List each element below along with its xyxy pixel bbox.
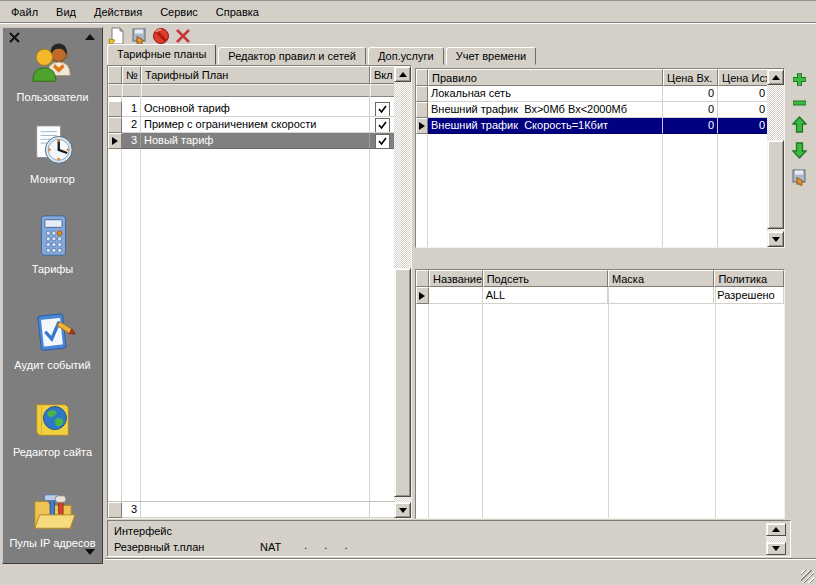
row-num: 2 [122,117,141,133]
resize-grip[interactable] [801,570,814,583]
scrollbar-track[interactable] [394,82,411,502]
sidebar-item-label: Пулы IP адресов [3,537,102,549]
tariff-grid-header: № Тарифный План Вкл [108,66,411,84]
checkbox-checked[interactable] [375,118,390,133]
status-panel: Интерфейс Резервный т.план NAT . . . [107,520,791,557]
scroll-down-button[interactable] [766,542,786,555]
table-row[interactable]: 2 Пример с ограничением скорости [108,117,411,133]
enabled-cell [370,117,396,133]
scrollbar-thumb[interactable] [767,140,784,229]
reserve-plan-label: Резервный т.план [114,541,204,553]
menu-service[interactable]: Сервис [151,3,207,21]
tab-time-accounting[interactable]: Учет времени [446,47,537,65]
row-num: 1 [122,101,141,117]
sidebar-item-users[interactable]: Пользователи [3,40,102,103]
grid-footer-row: 3 [108,501,396,518]
menu-bar: Файл Вид Действия Сервис Справка [0,1,816,24]
column-header-num[interactable]: № [122,66,141,84]
sidebar-item-label: Пользователи [3,91,102,103]
row-marker-icon [419,292,425,300]
column-header-subnet[interactable]: Подсеть [483,270,608,287]
scroll-up-icon [399,72,407,77]
scroll-up-button[interactable] [767,69,784,85]
checkbox-checked[interactable] [375,134,390,149]
column-header-plan[interactable]: Тарифный План [141,66,370,84]
grid-fixed-row [108,84,411,97]
apply-save-button[interactable] [790,168,808,188]
column-header-price-out[interactable]: Цена Исх. [718,69,769,86]
column-header-mask[interactable]: Маска [608,270,714,287]
price-in: 0 [663,118,718,134]
column-header-policy[interactable]: Политика [714,270,784,287]
tab-tariff-plans[interactable]: Тарифные планы [107,44,216,65]
sidebar-item-ip-pools[interactable]: Пулы IP адресов [3,490,102,549]
table-row-selected[interactable]: ALL Разрешено [416,287,784,304]
move-down-button[interactable] [792,142,807,161]
tab-rules-editor[interactable]: Редактор правил и сетей [218,47,366,65]
table-row[interactable]: Внешний трафик Вх>0Мб Вх<2000Мб 0 0 [416,102,784,118]
checkbox-checked[interactable] [375,102,390,117]
scrollbar-thumb[interactable] [394,268,411,497]
enabled-cell [370,133,396,149]
scroll-up-button[interactable] [394,66,411,82]
block-icon[interactable] [152,27,170,45]
scroll-down-button[interactable] [394,502,411,518]
move-up-button[interactable] [792,116,807,135]
price-out: 0 [718,118,769,134]
tariff-name: Новый тариф [141,133,370,149]
tab-bar: Тарифные планы Редактор правил и сетей Д… [107,46,538,65]
rules-grid-header: Правило Цена Вх. Цена Исх. [416,69,784,86]
tariff-plans-grid: № Тарифный План Вкл 1 Основной тариф 2 П… [107,65,412,519]
row-marker-icon [419,122,425,130]
sidebar-item-monitor[interactable]: Монитор [3,122,102,185]
tariff-name: Основной тариф [141,101,370,117]
price-in: 0 [663,102,718,118]
rule-name: Внешний трафик Вх>0Мб Вх<2000Мб [428,102,663,118]
scroll-up-button[interactable] [766,523,786,536]
column-header-enabled[interactable]: Вкл [370,66,396,84]
new-document-icon[interactable] [108,27,126,45]
table-row-selected[interactable]: 3 Новый тариф [108,133,411,149]
add-rule-button[interactable] [791,71,808,90]
scroll-up-icon [772,527,780,532]
remove-rule-button[interactable] [791,97,808,109]
price-out: 0 [718,86,769,102]
subnet-name [429,287,483,304]
row-marker-icon [112,137,118,145]
scroll-down-icon [772,546,780,551]
column-header-name[interactable]: Название [429,270,483,287]
menu-view[interactable]: Вид [47,3,85,21]
sidebar-item-label: Редактор сайта [3,446,102,458]
scrollbar-track[interactable] [767,85,784,231]
column-header-price-in[interactable]: Цена Вх. [663,69,718,86]
tab-extra-services[interactable]: Доп.услуги [368,47,444,65]
table-row-selected[interactable]: Внешний трафик Скорость=1Кбит 0 0 [416,118,784,134]
rules-grid-scrollbar[interactable] [767,69,784,247]
sidebar: Пользователи Монитор [2,27,103,564]
tariff-name: Пример с ограничением скорости [141,117,370,133]
scroll-down-button[interactable] [767,231,784,247]
scroll-up-icon [772,75,780,80]
row-num: 3 [122,133,141,149]
enabled-cell [370,101,396,117]
tariff-grid-scrollbar[interactable] [394,66,411,518]
sidebar-item-audit[interactable]: Аудит событий [3,310,102,371]
sidebar-item-tariffs[interactable]: Тарифы [3,212,102,275]
nat-label: NAT [260,541,281,553]
menu-help[interactable]: Справка [207,3,268,21]
sidebar-item-label: Монитор [3,173,102,185]
delete-icon[interactable] [174,27,192,45]
table-row[interactable]: Локальная сеть 0 0 [416,86,784,102]
sidebar-scroll-down-icon[interactable] [85,549,95,555]
rule-name: Внешний трафик Скорость=1Кбит [428,118,663,134]
save-icon[interactable] [130,27,148,45]
row-count: 3 [122,502,141,518]
menu-file[interactable]: Файл [2,3,47,21]
subnet-mask [608,287,714,304]
subnets-grid-header: Название Подсеть Маска Политика [416,270,784,287]
menu-actions[interactable]: Действия [85,3,151,21]
table-row[interactable]: 1 Основной тариф [108,101,411,117]
status-scrollbar[interactable] [766,523,786,555]
sidebar-item-site-editor[interactable]: Редактор сайта [3,397,102,458]
column-header-rule[interactable]: Правило [428,69,663,86]
